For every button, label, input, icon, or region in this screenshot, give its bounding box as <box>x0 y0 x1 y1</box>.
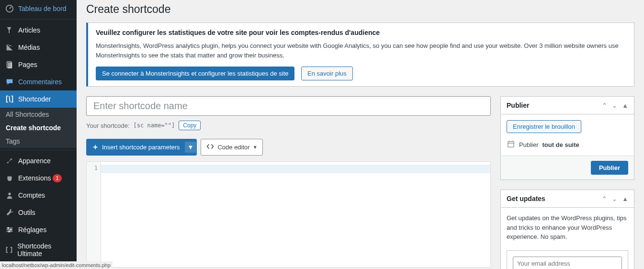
chevron-up-icon[interactable]: ⌃ <box>602 102 607 109</box>
updates-text: Get updates on the WordPress plugins, ti… <box>507 213 628 242</box>
comment-icon <box>5 77 14 87</box>
updates-box-title: Get updates <box>507 195 545 202</box>
your-shortcode-code: [sc name=""] <box>134 122 175 129</box>
sidebar-item-extensions[interactable]: Extensions 1 <box>0 169 77 187</box>
submenu-tags[interactable]: Tags <box>0 134 77 148</box>
brush-icon <box>5 156 14 166</box>
chevron-up-icon[interactable]: ⌃ <box>602 195 607 202</box>
plugin-icon <box>5 173 14 183</box>
status-url: localhost/netbox/wp-admin/edit-comments.… <box>0 261 113 269</box>
svg-rect-10 <box>508 142 514 147</box>
line-number: 1 <box>87 165 98 171</box>
sidebar-label: Tableau de bord <box>18 5 66 12</box>
active-line <box>101 165 490 173</box>
publish-meta-box: Publier ⌃ ⌄ ▲ Enregistrer le brouillon P… <box>500 96 634 180</box>
sidebar-item-settings[interactable]: Réglages <box>0 221 77 238</box>
editor-gutter: 1 <box>87 162 101 267</box>
notice-title: Veuillez configurer les statistiques de … <box>96 29 626 36</box>
connect-button[interactable]: Se connecter à MonsterInsights et config… <box>96 67 294 80</box>
svg-point-8 <box>10 229 11 231</box>
email-input[interactable] <box>513 257 622 269</box>
caret-down-icon: ▼ <box>185 142 197 153</box>
code-editor-area[interactable]: 1 <box>86 161 491 268</box>
shortcode-name-input[interactable] <box>86 96 491 116</box>
dashboard-icon <box>5 4 14 13</box>
media-icon <box>5 43 14 52</box>
publish-value: tout de suite <box>542 141 579 148</box>
svg-rect-2 <box>8 63 12 69</box>
sidebar-item-tools[interactable]: Outils <box>0 204 77 221</box>
code-editor-label: Code editor <box>217 144 249 151</box>
brackets-icon <box>5 94 14 104</box>
extensions-badge: 1 <box>53 174 61 182</box>
sidebar-item-shortcoder[interactable]: Shortcoder <box>0 90 77 108</box>
sidebar-label: Comptes <box>18 191 45 199</box>
your-shortcode-label: Your shortcode: <box>86 122 130 129</box>
svg-point-9 <box>9 231 10 232</box>
sidebar-item-shortcodes-ultimate[interactable]: Shortcodes Ultimate <box>0 238 77 261</box>
updates-meta-box: Get updates ⌃ ⌄ ▲ Get updates on the Wor… <box>500 190 634 269</box>
learn-more-button[interactable]: En savoir plus <box>301 67 353 80</box>
publish-box-title: Publier <box>507 101 529 109</box>
plus-icon: ＋ <box>91 142 99 152</box>
code-icon <box>206 142 215 152</box>
pages-icon <box>5 60 14 69</box>
shortcoder-submenu: All Shortcodes Create shortcode Tags <box>0 108 77 148</box>
sliders-icon <box>5 225 14 235</box>
insert-parameters-button[interactable]: ＋ Insert shortcode parameters ▼ <box>86 139 197 156</box>
chevron-down-icon[interactable]: ⌄ <box>612 195 617 202</box>
svg-point-3 <box>8 193 11 195</box>
sidebar-label: Outils <box>18 209 35 216</box>
svg-point-7 <box>8 227 9 229</box>
sidebar-item-pages[interactable]: Pages <box>0 56 77 73</box>
admin-sidebar: Tableau de bord Articles Médias Pages Co… <box>0 0 77 269</box>
notice-text: MonsterInsights, WordPress analytics plu… <box>96 41 626 60</box>
copy-button[interactable]: Copy <box>179 121 201 130</box>
triangle-up-icon[interactable]: ▲ <box>622 102 628 109</box>
publish-label: Publier <box>519 141 538 148</box>
brackets-icon <box>5 245 13 255</box>
sidebar-item-comments[interactable]: Commentaires <box>0 73 77 90</box>
sidebar-item-appearance[interactable]: Apparence <box>0 152 77 169</box>
triangle-up-icon[interactable]: ▲ <box>622 195 628 202</box>
sidebar-item-users[interactable]: Comptes <box>0 187 77 204</box>
page-title: Create shortcode <box>86 3 634 16</box>
sidebar-label: Réglages <box>18 226 46 234</box>
code-textarea[interactable] <box>101 162 490 267</box>
pin-icon <box>5 25 14 35</box>
sidebar-item-articles[interactable]: Articles <box>0 22 77 39</box>
sidebar-label: Médias <box>18 44 40 51</box>
sidebar-item-medias[interactable]: Médias <box>0 39 77 56</box>
sidebar-label: Shortcoder <box>18 95 51 103</box>
sidebar-item-dashboard[interactable]: Tableau de bord <box>0 0 77 17</box>
monsterinsights-notice: Veuillez configurer les statistiques de … <box>86 22 634 87</box>
save-draft-button[interactable]: Enregistrer le brouillon <box>507 120 581 133</box>
sidebar-label: Articles <box>18 26 40 34</box>
wrench-icon <box>5 208 14 217</box>
caret-down-icon: ▼ <box>253 145 258 150</box>
code-editor-dropdown[interactable]: Code editor ▼ <box>201 139 262 156</box>
sidebar-label: Apparence <box>18 157 51 165</box>
sidebar-label: Extensions <box>18 174 51 182</box>
sidebar-label: Pages <box>18 61 37 68</box>
main-content: Create shortcode Veuillez configurer les… <box>77 0 644 269</box>
chevron-down-icon[interactable]: ⌄ <box>612 102 617 109</box>
sidebar-label: Shortcodes Ultimate <box>17 242 73 258</box>
sidebar-label: Commentaires <box>18 78 62 86</box>
submenu-create-shortcode[interactable]: Create shortcode <box>0 121 77 134</box>
submenu-all-shortcodes[interactable]: All Shortcodes <box>0 108 77 121</box>
publish-button[interactable]: Publier <box>591 161 628 175</box>
insert-params-label: Insert shortcode parameters <box>102 144 180 151</box>
user-icon <box>5 191 14 200</box>
calendar-icon <box>507 140 515 150</box>
